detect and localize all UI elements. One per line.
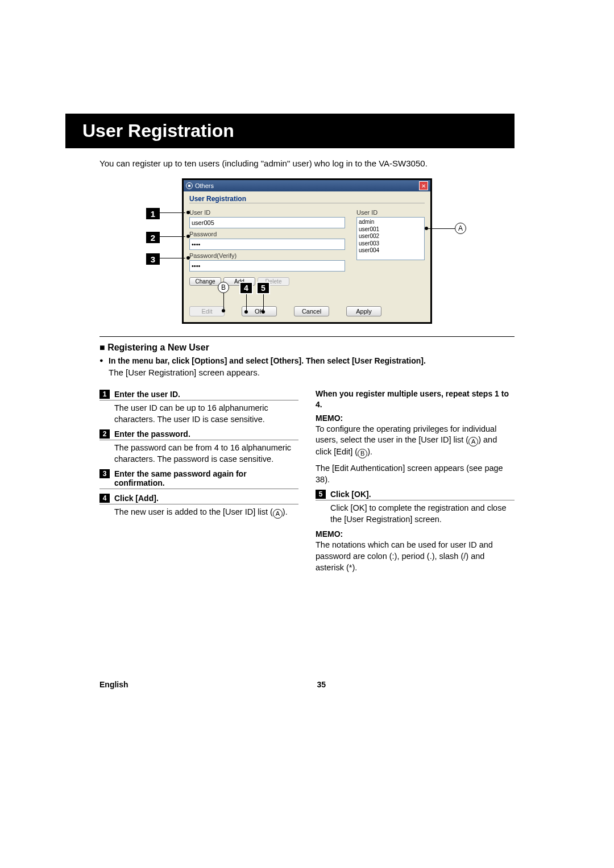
- page-title: User Registration: [65, 114, 515, 148]
- step-5-body: Click [OK] to complete the registration …: [330, 503, 515, 525]
- user-id-listbox[interactable]: admin user001 user002 user003 user004: [356, 217, 425, 260]
- callout-1-dot: [186, 211, 190, 214]
- cancel-button[interactable]: Cancel: [294, 306, 329, 316]
- menu-instruction: In the menu bar, click [Options] and sel…: [99, 356, 515, 365]
- callout-b-letter: B: [218, 282, 229, 293]
- callout-3: 3: [145, 252, 161, 266]
- user-id-input[interactable]: [189, 217, 345, 228]
- callout-4: 4: [239, 282, 253, 294]
- gear-icon: [186, 182, 193, 189]
- repeat-note: When you register multiple users, repeat…: [316, 389, 515, 410]
- apply-button[interactable]: Apply: [346, 306, 381, 316]
- step-4-head: 4 Click [Add].: [99, 494, 298, 504]
- password-verify-input[interactable]: [189, 260, 345, 272]
- callout-3-dot: [186, 256, 190, 260]
- password-verify-label: Password(Verify): [189, 252, 349, 259]
- password-label: Password: [189, 231, 349, 237]
- step-4-body: The new user is added to the [User ID] l…: [114, 507, 298, 519]
- lower-callouts: B 4 5: [218, 282, 270, 314]
- callout-1: 1: [145, 207, 161, 220]
- footer-language: English: [99, 680, 128, 689]
- divider: [99, 336, 515, 337]
- callout-2-line: [159, 236, 185, 237]
- dialog-titlebar: Others ✕: [184, 180, 430, 191]
- callout-3-line: [159, 258, 185, 258]
- list-item[interactable]: admin: [359, 219, 422, 226]
- step-5-head: 5 Click [OK].: [316, 490, 515, 500]
- memo-2-body: The notations which can be used for user…: [316, 540, 515, 573]
- list-item[interactable]: user002: [359, 233, 422, 240]
- steps-left-column: 1 Enter the user ID. The user ID can be …: [99, 385, 298, 578]
- callout-5: 5: [256, 282, 270, 294]
- user-id-label: User ID: [189, 209, 349, 216]
- list-item[interactable]: user003: [359, 240, 422, 248]
- memo-2-label: MEMO:: [316, 529, 515, 539]
- callout-2-dot: [186, 235, 190, 238]
- menu-result: The [User Registration] screen appears.: [109, 368, 515, 377]
- dialog-screenshot: 1 2 3 A Others ✕ User Registration: [182, 178, 432, 324]
- memo-1-body: To configure the operating privileges fo…: [316, 424, 515, 458]
- callout-a-letter: A: [455, 223, 466, 234]
- page-footer: English 35: [99, 680, 515, 689]
- callout-2: 2: [145, 231, 161, 244]
- memo-1-label: MEMO:: [316, 414, 515, 423]
- step-1-head: 1 Enter the user ID.: [99, 390, 298, 400]
- steps-right-column: When you register multiple users, repeat…: [316, 385, 515, 578]
- list-item[interactable]: user004: [359, 247, 422, 254]
- dialog-window-title: Others: [195, 182, 214, 189]
- section-heading: ■ Registering a New User: [99, 343, 515, 353]
- intro-text: You can register up to ten users (includ…: [99, 158, 515, 168]
- step-1-body: The user ID can be up to 16 alphanumeric…: [114, 403, 298, 425]
- memo-1-body-2: The [Edit Authentication] screen appears…: [316, 463, 515, 485]
- callout-1-line: [159, 212, 185, 213]
- list-item[interactable]: user001: [359, 226, 422, 233]
- user-id-list-label: User ID: [356, 209, 425, 216]
- footer-page-number: 35: [317, 680, 326, 689]
- password-input[interactable]: [189, 239, 345, 250]
- dialog-heading: User Registration: [189, 195, 425, 203]
- close-icon[interactable]: ✕: [419, 181, 428, 190]
- callout-a: A: [425, 223, 466, 234]
- change-button[interactable]: Change: [189, 277, 221, 286]
- step-2-body: The password can be from 4 to 16 alphanu…: [114, 443, 298, 465]
- step-2-head: 2 Enter the password.: [99, 429, 298, 440]
- step-3-head: 3 Enter the same password again for conf…: [99, 469, 298, 489]
